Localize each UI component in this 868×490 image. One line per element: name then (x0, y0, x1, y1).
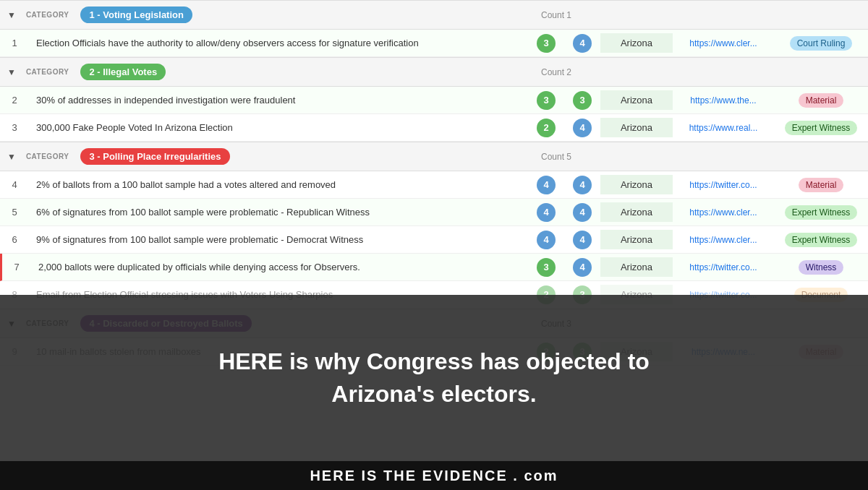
circle-2: 4 (573, 176, 592, 194)
table-row: 1 Election Officials have the authority … (0, 30, 868, 57)
category-badge: 1 - Voting Legislation (80, 7, 192, 23)
type-cell: Expert Witness (774, 201, 868, 224)
circle-col-2: 4 (564, 258, 600, 277)
row-description: 300,000 Fake People Voted In Arizona Ele… (29, 116, 528, 139)
category-label: CATEGORY (26, 68, 69, 76)
row-number: 3 (0, 116, 29, 139)
chevron-icon[interactable]: ▼ (7, 152, 16, 162)
row-number: 1 (0, 32, 29, 54)
circle-col-2: 4 (564, 203, 600, 222)
type-badge: Material (799, 93, 844, 108)
link-cell[interactable]: https://www.the... (673, 91, 774, 110)
type-badge: Expert Witness (785, 205, 858, 220)
row-description: 30% of addresses in independed investiga… (29, 89, 528, 111)
circle-col-2: 4 (564, 176, 600, 194)
circle-col-1: 3 (528, 258, 564, 277)
footer-text: HERE IS THE EVIDENCE . com (310, 468, 558, 484)
circle-1: 4 (537, 231, 556, 249)
circle-1: 4 (537, 176, 556, 194)
circle-1: 3 (537, 258, 556, 277)
type-cell: Expert Witness (774, 228, 868, 252)
circle-2: 4 (573, 231, 592, 249)
footer-bar: HERE IS THE EVIDENCE . com (0, 461, 868, 490)
category-row-cat3: ▼ CATEGORY 3 - Polling Place Irregularit… (0, 142, 868, 171)
count-label: Count 2 (541, 67, 571, 77)
link-cell[interactable]: https://www.cler... (673, 203, 774, 222)
circle-2: 4 (573, 258, 592, 277)
circle-col-1: 4 (528, 176, 564, 194)
row-number: 4 (0, 173, 29, 196)
table-row: 4 2% of ballots from a 100 ballot sample… (0, 171, 868, 199)
circle-col-2: 4 (564, 119, 600, 137)
type-cell: Material (774, 89, 868, 112)
type-badge: Expert Witness (785, 233, 858, 247)
type-cell: Expert Witness (774, 116, 868, 139)
category-label: CATEGORY (26, 11, 69, 19)
circle-2: 4 (573, 203, 592, 222)
circle-col-2: 3 (564, 91, 600, 110)
row-number: 5 (0, 201, 29, 223)
link-cell[interactable]: https://twitter.co... (673, 258, 774, 277)
type-badge: Material (799, 178, 844, 192)
type-cell: Witness (774, 256, 868, 279)
row-description: 9% of signatures from 100 ballot sample … (29, 228, 528, 251)
category-label: CATEGORY (26, 152, 69, 160)
circle-col-2: 4 (564, 34, 600, 53)
table-row: 2 30% of addresses in independed investi… (0, 87, 868, 114)
count-label: Count 5 (541, 152, 571, 162)
circle-col-1: 4 (528, 231, 564, 249)
count-label: Count 1 (541, 10, 571, 20)
overlay-text: HERE is why Congress has objected to Ari… (181, 331, 687, 425)
link-cell[interactable]: https://www.real... (673, 119, 774, 137)
state-cell: Arizona (600, 118, 673, 137)
row-number: 7 (2, 256, 31, 278)
link-cell[interactable]: https://www.cler... (673, 231, 774, 249)
state-cell: Arizona (600, 175, 673, 194)
circle-1: 4 (537, 203, 556, 222)
type-cell: Material (774, 173, 868, 197)
table-row: 6 9% of signatures from 100 ballot sampl… (0, 226, 868, 254)
circle-2: 4 (573, 119, 592, 137)
state-cell: Arizona (600, 230, 673, 249)
type-badge: Expert Witness (785, 121, 858, 135)
table-row: 3 300,000 Fake People Voted In Arizona E… (0, 114, 868, 142)
type-badge: Witness (799, 260, 844, 275)
row-description: Election Officials have the authority to… (29, 32, 528, 54)
type-cell: Court Ruling (774, 32, 868, 55)
state-cell: Arizona (600, 90, 673, 110)
overlay-banner: HERE is why Congress has objected to Ari… (0, 295, 868, 461)
circle-col-1: 4 (528, 203, 564, 222)
category-badge: 2 - Illegal Votes (80, 64, 166, 80)
circle-col-1: 3 (528, 34, 564, 53)
chevron-icon[interactable]: ▼ (7, 67, 16, 77)
row-description: 2% of ballots from a 100 ballot sample h… (29, 173, 528, 196)
circle-1: 3 (537, 34, 556, 53)
category-badge: 3 - Polling Place Irregularities (80, 148, 229, 165)
category-row-cat2: ▼ CATEGORY 2 - Illegal Votes Count 2 (0, 57, 868, 87)
link-cell[interactable]: https://twitter.co... (673, 176, 774, 194)
state-cell: Arizona (600, 33, 673, 53)
row-number: 6 (0, 228, 29, 251)
circle-2: 4 (573, 34, 592, 53)
circle-col-1: 3 (528, 91, 564, 110)
circle-1: 3 (537, 91, 556, 110)
circle-1: 2 (537, 119, 556, 137)
row-number: 2 (0, 89, 29, 111)
row-description: 6% of signatures from 100 ballot sample … (29, 201, 528, 223)
type-badge: Court Ruling (790, 36, 853, 51)
state-cell: Arizona (600, 202, 673, 222)
link-cell[interactable]: https://www.cler... (673, 34, 774, 53)
row-description: 2,000 ballots were duplicated by officia… (31, 256, 528, 278)
table-row: 7 2,000 ballots were duplicated by offic… (0, 254, 868, 281)
state-cell: Arizona (600, 257, 673, 277)
table-row: 5 6% of signatures from 100 ballot sampl… (0, 199, 868, 226)
circle-col-1: 2 (528, 119, 564, 137)
circle-col-2: 4 (564, 231, 600, 249)
circle-2: 3 (573, 91, 592, 110)
chevron-icon[interactable]: ▼ (7, 10, 16, 20)
category-row-cat1: ▼ CATEGORY 1 - Voting Legislation Count … (0, 0, 868, 30)
